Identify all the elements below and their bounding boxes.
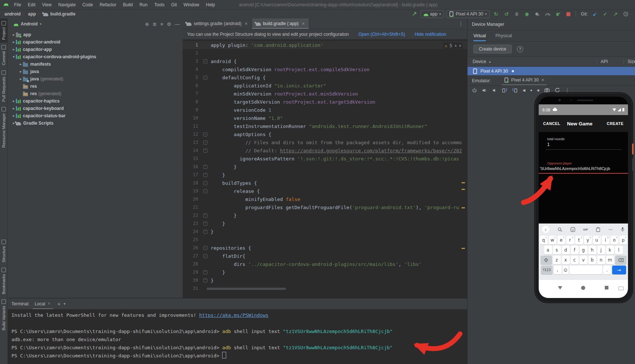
build-output-icon[interactable]: ≣ <box>513 10 521 18</box>
project-tree-item-java[interactable]: ▸java (generated) <box>8 75 183 83</box>
code-line-14[interactable]: 14^ // Default: https://android.googleso… <box>183 146 467 155</box>
chevron-icon[interactable]: ▸ <box>18 62 23 66</box>
fold-marker-icon[interactable]: ^ <box>202 222 208 226</box>
editor-options-kebab-icon[interactable]: ⋮ <box>455 18 467 29</box>
apply-changes-button[interactable] <box>554 10 562 18</box>
key-v[interactable]: v <box>580 256 587 264</box>
fold-marker-icon[interactable]: − <box>202 246 208 250</box>
code-editor[interactable]: ⚠ 5 ∧ ∨ 1apply plugin: 'com.android.appl… <box>183 39 467 292</box>
rerun-button[interactable]: ↻ <box>492 10 500 18</box>
menu-item-window[interactable]: Window <box>180 2 203 7</box>
breadcrumb-item-build.gradle[interactable]: build.gradle <box>50 11 75 17</box>
sidebar-item-structure[interactable]: Structure <box>0 237 7 265</box>
sidebar-item-pull-requests[interactable]: Pull Requests <box>0 68 7 104</box>
menu-item-refactor[interactable]: Refactor <box>96 2 120 7</box>
overview-icon[interactable]: ■ <box>537 89 539 92</box>
attach-debugger-button[interactable] <box>533 10 541 18</box>
code-line-29[interactable]: 29^ } <box>183 268 467 276</box>
expand-all-icon[interactable]: ≣ <box>153 21 157 27</box>
fold-marker-icon[interactable]: ^ <box>202 270 208 274</box>
scrollbar-warning-mark[interactable] <box>462 207 465 208</box>
gif-icon[interactable]: GIF <box>583 228 588 231</box>
chevron-icon[interactable]: ▾ <box>11 55 16 59</box>
horizontal-scrollbar[interactable] <box>207 288 286 290</box>
sticker-icon[interactable] <box>570 227 575 232</box>
fold-marker-icon[interactable]: − <box>202 59 208 63</box>
history-clock-icon[interactable] <box>622 10 630 18</box>
code-line-19[interactable]: 19− release { <box>183 187 467 195</box>
menu-item-run[interactable]: Run <box>136 2 151 7</box>
profiler-button[interactable] <box>543 10 552 18</box>
chevron-down-icon[interactable]: ▾ <box>40 22 42 26</box>
sidebar-item-commit[interactable]: Commit <box>0 42 7 68</box>
fold-marker-icon[interactable]: − <box>202 141 208 145</box>
code-line-6[interactable]: 6 applicationId "io.ionic.starter" <box>183 82 467 90</box>
cancel-button[interactable]: CANCEL <box>543 121 560 126</box>
enter-key[interactable]: → <box>612 266 626 274</box>
menu-item-help[interactable]: Help <box>203 2 218 7</box>
home-icon[interactable]: ● <box>530 89 532 92</box>
create-device-button[interactable]: Create device <box>473 45 512 53</box>
nav-home-icon[interactable] <box>581 286 585 290</box>
code-line-26[interactable]: 26−repositories { <box>183 244 467 252</box>
key-i[interactable]: i8 <box>602 236 610 245</box>
git-update-button[interactable]: ↙ <box>591 10 599 18</box>
code-line-18[interactable]: 18− buildTypes { <box>183 179 467 187</box>
code-line-27[interactable]: 27− flatDir{ <box>183 252 467 260</box>
menu-item-code[interactable]: Code <box>79 2 96 7</box>
key-l[interactable]: l <box>615 246 623 254</box>
new-terminal-icon[interactable]: + <box>58 301 61 307</box>
key-d[interactable]: d <box>562 246 570 254</box>
key-y[interactable]: y6 <box>584 236 592 245</box>
back-icon[interactable]: ◀ <box>522 89 525 92</box>
key-w[interactable]: w2 <box>549 236 556 245</box>
key-s[interactable]: s <box>553 246 561 254</box>
fold-marker-icon[interactable]: − <box>202 132 208 136</box>
code-line-16[interactable]: 16^ } <box>183 163 467 171</box>
close-icon[interactable]: ✕ <box>244 21 248 26</box>
nav-back-icon[interactable] <box>558 286 562 290</box>
code-line-5[interactable]: 5− defaultConfig { <box>183 73 467 82</box>
comma-key[interactable]: , <box>554 266 562 274</box>
terminal-link[interactable]: https://aka.ms/PSWindows <box>199 312 269 318</box>
chevron-icon[interactable]: ▸ <box>11 99 16 103</box>
fold-marker-icon[interactable]: ^ <box>202 278 208 282</box>
code-line-3[interactable]: 3−android { <box>183 57 467 65</box>
key-a[interactable]: a <box>544 246 552 254</box>
key-o[interactable]: o9 <box>611 236 618 245</box>
search-icon[interactable] <box>558 227 562 232</box>
total-rounds-input[interactable]: 1 <box>547 142 550 147</box>
chevron-icon[interactable]: ▸ <box>18 77 23 81</box>
code-line-21[interactable]: 21 proguardFiles getDefaultProguardFile(… <box>183 203 467 211</box>
snapshots-icon[interactable] <box>555 87 560 93</box>
key-j[interactable]: j <box>597 246 605 254</box>
mic-icon[interactable] <box>621 227 625 232</box>
menu-item-view[interactable]: View <box>39 2 55 7</box>
device-table-row-selected[interactable]: Pixel 4 API 30 <box>467 67 635 75</box>
code-line-4[interactable]: 4 compileSdkVersion rootProject.ext.comp… <box>183 65 467 73</box>
breadcrumb-item-app[interactable]: app <box>28 11 36 17</box>
code-line-11[interactable]: 11 testInstrumentationRunner "androidx.t… <box>183 122 467 130</box>
project-tree-item-app[interactable]: ▸app <box>8 31 183 38</box>
project-tree-item-res[interactable]: res (generated) <box>8 90 183 97</box>
scrollbar-warning-mark[interactable] <box>462 182 465 183</box>
size-column-header[interactable]: Size on Disk <box>624 59 635 64</box>
menu-item-file[interactable]: File <box>11 2 24 7</box>
chevron-icon[interactable]: ▸ <box>11 107 16 110</box>
close-icon[interactable]: ✕ <box>301 21 305 26</box>
chevron-icon[interactable]: ▸ <box>18 70 23 73</box>
menu-item-git[interactable]: Git <box>168 2 180 7</box>
terminal-output[interactable]: Install the latest PowerShell for new fe… <box>8 309 467 362</box>
project-view-selector[interactable]: Android <box>21 21 38 27</box>
sidebar-item-build-variants[interactable]: Build Variants <box>0 297 7 333</box>
clipboard-icon[interactable] <box>596 227 600 232</box>
sidebar-item-resource-manager[interactable]: Resource Manager <box>0 104 7 150</box>
terminal-tab-local[interactable]: Local ✕ <box>32 298 53 309</box>
power-icon[interactable] <box>472 88 477 93</box>
menu-item-navigate[interactable]: Navigate <box>55 2 79 7</box>
rotate-left-icon[interactable] <box>502 87 507 93</box>
project-tree-item-capacitor-app[interactable]: ▸capacitor-app <box>8 46 183 53</box>
code-line-22[interactable]: 22^ } <box>183 211 467 219</box>
chevron-icon[interactable]: ▸ <box>11 48 16 51</box>
settings-gear-icon[interactable]: ⚙ <box>167 21 171 27</box>
